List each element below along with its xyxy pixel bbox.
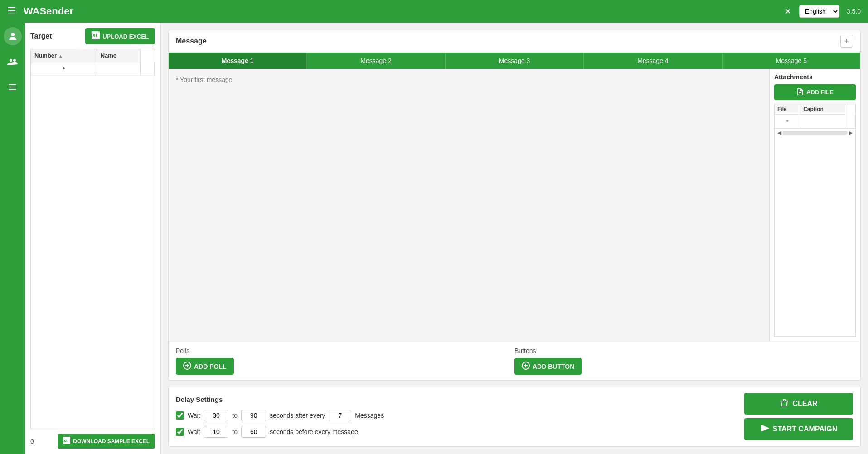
- delay-title: Delay Settings: [176, 396, 733, 403]
- start-campaign-button[interactable]: START CAMPAIGN: [744, 418, 853, 440]
- delay-from-input-1[interactable]: [204, 410, 228, 421]
- add-button-label: ADD BUTTON: [533, 363, 574, 370]
- message-header: Message +: [169, 30, 860, 53]
- svg-point-2: [13, 59, 16, 62]
- seconds-label-2: seconds before every message: [270, 428, 358, 435]
- delay-left: Delay Settings Wait to seconds after eve…: [176, 396, 733, 438]
- scroll-right-icon[interactable]: ▶: [848, 130, 853, 136]
- add-file-icon: [796, 88, 804, 97]
- start-campaign-icon: [760, 424, 769, 435]
- attachments-title: Attachments: [774, 73, 856, 81]
- clear-label: CLEAR: [792, 400, 817, 408]
- svg-point-1: [10, 59, 12, 62]
- delay-row-2: Wait to seconds before every message: [176, 426, 733, 438]
- name-cell: [140, 62, 154, 76]
- download-sample-button[interactable]: XL DOWNLOAD SAMPLE EXCEL: [58, 434, 155, 449]
- svg-text:XL: XL: [92, 33, 98, 38]
- language-select[interactable]: English Spanish French: [799, 5, 839, 18]
- target-table: Number ▲ Name •: [31, 49, 155, 76]
- add-file-label: ADD FILE: [806, 89, 834, 96]
- sidebar-item-group[interactable]: [4, 53, 22, 71]
- att-table-row: •: [775, 115, 855, 128]
- add-tab-icon: +: [844, 37, 849, 46]
- delay-checkbox-2[interactable]: [176, 428, 184, 436]
- target-panel: Target XL UPLOAD EXCEL Number ▲: [25, 23, 161, 454]
- upload-excel-button[interactable]: XL UPLOAD EXCEL: [85, 28, 155, 44]
- message-title: Message: [176, 37, 207, 45]
- add-file-button[interactable]: ADD FILE: [774, 84, 856, 100]
- add-tab-button[interactable]: +: [840, 35, 853, 48]
- clear-icon: [780, 398, 789, 409]
- wait-label-2: Wait: [188, 428, 200, 435]
- tab-message-2[interactable]: Message 2: [307, 53, 445, 69]
- att-caption-cell: [845, 115, 855, 128]
- message-section: Message + Message 1 Message 2 Message 3 …: [168, 30, 861, 381]
- col-name: Name: [97, 49, 140, 62]
- add-button-icon: [522, 362, 530, 371]
- attachments-panel: Attachments ADD FILE: [770, 69, 860, 341]
- delay-to-input-1[interactable]: [241, 410, 266, 421]
- content-area: Message + Message 1 Message 2 Message 3 …: [161, 23, 868, 454]
- count-label: 0: [30, 438, 34, 445]
- main-layout: Target XL UPLOAD EXCEL Number ▲: [0, 23, 868, 454]
- upload-excel-label: UPLOAD EXCEL: [102, 33, 149, 40]
- seconds-label-1: seconds after every: [270, 412, 325, 419]
- download-sample-label: DOWNLOAD SAMPLE EXCEL: [73, 438, 150, 444]
- delay-to-input-2[interactable]: [241, 426, 266, 438]
- to-label-1: to: [232, 412, 238, 419]
- wait-label-1: Wait: [188, 412, 200, 419]
- buttons-label: Buttons: [514, 347, 853, 354]
- sidebar-item-settings[interactable]: [4, 78, 22, 96]
- polls-label: Polls: [176, 347, 514, 354]
- app-title: WASender: [24, 5, 777, 17]
- tools-icon[interactable]: ✕: [784, 6, 792, 17]
- svg-point-0: [11, 33, 15, 36]
- polls-section: Polls ADD POLL: [176, 347, 514, 375]
- delay-checkbox-1[interactable]: [176, 411, 184, 420]
- bullet-cell: •: [31, 62, 97, 76]
- tab-message-4[interactable]: Message 4: [584, 53, 722, 69]
- buttons-section: Buttons ADD BUTTON: [514, 347, 853, 375]
- hamburger-icon[interactable]: ☰: [7, 5, 16, 17]
- scroll-left-icon[interactable]: ◀: [776, 130, 782, 136]
- target-footer: 0 XL DOWNLOAD SAMPLE EXCEL: [30, 434, 155, 449]
- add-button-button[interactable]: ADD BUTTON: [514, 358, 582, 375]
- tab-message-5[interactable]: Message 5: [723, 53, 860, 69]
- start-campaign-label: START CAMPAIGN: [773, 425, 838, 433]
- attachments-table-wrapper: File Caption •: [774, 104, 856, 337]
- message-textarea-wrapper: [169, 69, 770, 341]
- sort-arrow-number: ▲: [58, 53, 63, 58]
- delay-from-input-2[interactable]: [204, 426, 228, 438]
- target-label: Target: [30, 32, 52, 40]
- add-poll-icon: [183, 362, 191, 371]
- excel-icon: XL: [92, 31, 100, 41]
- polls-buttons-row: Polls ADD POLL Buttons: [169, 341, 860, 380]
- att-col-file: File: [775, 104, 800, 115]
- messages-input[interactable]: [329, 410, 351, 421]
- sidebar-icons: [0, 23, 25, 454]
- att-col-caption: Caption: [800, 104, 845, 115]
- clear-button[interactable]: CLEAR: [744, 393, 853, 415]
- scroll-track: [782, 131, 848, 135]
- target-header: Target XL UPLOAD EXCEL: [30, 28, 155, 44]
- message-textarea[interactable]: [169, 69, 770, 341]
- target-table-wrapper: Number ▲ Name •: [30, 49, 155, 429]
- action-buttons: CLEAR START CAMPAIGN: [744, 393, 853, 440]
- delay-section: Delay Settings Wait to seconds after eve…: [168, 386, 861, 447]
- to-label-2: to: [232, 428, 238, 435]
- sidebar-item-person[interactable]: [4, 27, 22, 45]
- navbar-tools: ✕ English Spanish French 3.5.0: [784, 5, 861, 18]
- tab-message-1[interactable]: Message 1: [169, 53, 307, 69]
- svg-text:XL: XL: [63, 439, 69, 443]
- message-body: Attachments ADD FILE: [169, 69, 860, 341]
- attachments-table: File Caption •: [775, 104, 855, 128]
- add-poll-button[interactable]: ADD POLL: [176, 358, 234, 375]
- add-poll-label: ADD POLL: [194, 363, 227, 370]
- att-scrollbar: ◀ ▶: [775, 128, 855, 137]
- version-label: 3.5.0: [847, 8, 861, 15]
- download-excel-icon: XL: [63, 437, 70, 445]
- message-tabs: Message 1 Message 2 Message 3 Message 4 …: [169, 53, 860, 69]
- table-row: •: [31, 62, 155, 76]
- tab-message-3[interactable]: Message 3: [446, 53, 584, 69]
- messages-label: Messages: [355, 412, 384, 419]
